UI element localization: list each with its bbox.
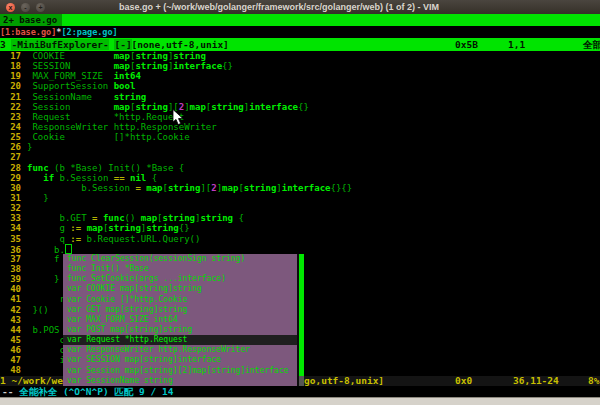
window-titlebar: x - + base.go + (~/work/web/golanger/fra… [0, 0, 600, 14]
code-line-30[interactable]: 30 b.Session = map[string][2]map[string]… [0, 183, 600, 193]
line-text: if b.Session == nil { [22, 173, 157, 183]
line-text: Request *http.Request [22, 112, 184, 122]
code-line-33[interactable]: 33 b.GET = func() map[string]string { [0, 213, 600, 223]
line-number: 23 [0, 112, 22, 122]
completion-item[interactable]: func Init() *Base [63, 264, 297, 274]
line-number: 47 [0, 355, 22, 365]
line-number: 41 [0, 294, 22, 304]
line-number: 37 [0, 254, 22, 264]
line-number: 34 [0, 223, 22, 233]
code-line-22[interactable]: 22 Session map[string][2]map[string]inte… [0, 102, 600, 112]
file-ruler-char: 0x0 [455, 376, 472, 386]
code-line-20[interactable]: 20 SupportSession bool [0, 81, 600, 91]
code-line-28[interactable]: 28func (b *Base) Init() *Base { [0, 163, 600, 173]
code-line-21[interactable]: 21 SessionName string [0, 92, 600, 102]
line-number: 38 [0, 264, 22, 274]
window-maximize-button[interactable]: + [36, 3, 45, 12]
file-ruler-scroll: 8% [588, 376, 599, 386]
completion-item[interactable]: func ClearSession(sessionSign string) [63, 254, 297, 264]
line-text: c [22, 335, 65, 345]
line-text: COOKIE map[string]string [22, 51, 206, 61]
vim-tabline: 2+ base.go [0, 14, 600, 26]
line-number: 39 [0, 274, 22, 284]
line-text: q := b.Request.URL.Query() [22, 234, 200, 244]
line-text: Cookie []*http.Cookie [22, 132, 190, 142]
code-line-18[interactable]: 18 SESSION map[string]interface{} [0, 61, 600, 71]
tab-current[interactable]: 2+ base.go [0, 14, 62, 26]
line-text: SessionName string [22, 92, 146, 102]
mbe-title: -MiniBufExplorer- [11, 39, 108, 50]
code-line-25[interactable]: 25 Cookie []*http.Cookie [0, 132, 600, 142]
line-number: 30 [0, 183, 22, 193]
command-line: -- 全能补全 (^O^N^P) 匹配 9 / 14 [0, 386, 600, 397]
code-line-36[interactable]: 36 b. [0, 244, 600, 254]
buffer-tab-base-go[interactable]: [1:base.go] [0, 27, 56, 37]
line-text: func (b *Base) Init() *Base { [22, 163, 184, 173]
line-text: r [22, 294, 65, 304]
completion-item[interactable]: var ResponseWriter http.ResponseWriter [63, 345, 297, 355]
line-number: 42 [0, 305, 22, 315]
code-line-23[interactable]: 23 Request *http.Request [0, 112, 600, 122]
completion-item[interactable]: var GET map[string]string [63, 305, 297, 315]
completion-item[interactable]: var Session map[string][2]map[string]int… [63, 366, 297, 376]
window-title: base.go + (~/work/web/golanger/framework… [119, 2, 439, 12]
code-line-35[interactable]: 35 q := b.Request.URL.Query() [0, 234, 600, 244]
line-text: f [22, 254, 60, 264]
line-number: 29 [0, 173, 22, 183]
code-line-19[interactable]: 19 MAX_FORM_SIZE int64 [0, 71, 600, 81]
line-number: 20 [0, 81, 22, 91]
match-count: 9 / 14 [133, 386, 173, 397]
completion-item[interactable]: var COOKIE map[string]string [63, 284, 297, 294]
code-line-31[interactable]: 31 } [0, 193, 600, 203]
window-close-button[interactable]: x [6, 3, 15, 12]
popup-scrollbar-track-end [299, 376, 304, 386]
line-text [22, 264, 27, 274]
code-line-27[interactable]: 27 [0, 152, 600, 162]
mode-dashes: -- [2, 386, 19, 397]
line-number: 33 [0, 213, 22, 223]
popup-scrollbar-thumb[interactable] [299, 254, 304, 376]
code-line-32[interactable]: 32 [0, 203, 600, 213]
completion-item[interactable]: var SessionName string [63, 376, 297, 386]
line-text: } [22, 274, 60, 284]
window-minimize-button[interactable]: - [21, 3, 30, 12]
mbe-ruler-position: 1,1 [508, 38, 525, 51]
completion-item-selected[interactable]: var Request *http.Request [63, 335, 297, 345]
line-number: 17 [0, 51, 22, 61]
line-text: g := map[string]string{} [22, 223, 190, 233]
code-line-26[interactable]: 26} [0, 142, 600, 152]
line-text: } [22, 193, 49, 203]
code-line-34[interactable]: 34 g := map[string]string{} [0, 223, 600, 233]
line-text: SESSION map[string]interface{} [22, 61, 233, 71]
completion-item[interactable]: var Cookie []*http.Cookie [63, 295, 297, 305]
minibufexplorer-list: [1:base.go]*[2:page.go] [0, 26, 600, 38]
line-text: b.GET = func() map[string]string { [22, 213, 244, 223]
completion-item[interactable]: func SetCookie(args ...interface) [63, 274, 297, 284]
line-number: 26 [0, 142, 22, 152]
line-number: 32 [0, 203, 22, 213]
match-label: 匹配 [114, 386, 133, 397]
completion-item[interactable]: var MAX_FORM_SIZE int64 [63, 315, 297, 325]
file-path: 1 ~/work/we [0, 375, 63, 386]
mode-keys: (^O^N^P) [57, 386, 114, 397]
line-text: MAX_FORM_SIZE int64 [22, 71, 141, 81]
code-line-24[interactable]: 24 ResponseWriter http.ResponseWriter [0, 122, 600, 132]
line-number: 43 [0, 315, 22, 325]
code-line-17[interactable]: 17 COOKIE map[string]string [0, 51, 600, 61]
line-text: ResponseWriter http.ResponseWriter [22, 122, 217, 132]
window-bottom-edge [0, 397, 600, 405]
line-number: 22 [0, 102, 22, 112]
code-line-29[interactable]: 29 if b.Session == nil { [0, 173, 600, 183]
vim-window: x - + base.go + (~/work/web/golanger/fra… [0, 0, 600, 405]
line-text: Session map[string][2]map[string]interfa… [22, 102, 309, 112]
line-number: 44 [0, 325, 22, 335]
file-flags-tail: go,utf-8,unix] [304, 376, 384, 386]
completion-item[interactable]: var POST map[string]string [63, 325, 297, 335]
line-text: b.POS [22, 325, 60, 335]
line-text: SupportSession bool [22, 81, 135, 91]
line-text [22, 203, 27, 213]
popup-scrollbar[interactable] [297, 254, 304, 386]
buffer-tab-page-go[interactable]: [2:page.go] [61, 27, 117, 37]
line-number: 21 [0, 92, 22, 102]
completion-item[interactable]: var SESSION map[string]interface [63, 355, 297, 365]
